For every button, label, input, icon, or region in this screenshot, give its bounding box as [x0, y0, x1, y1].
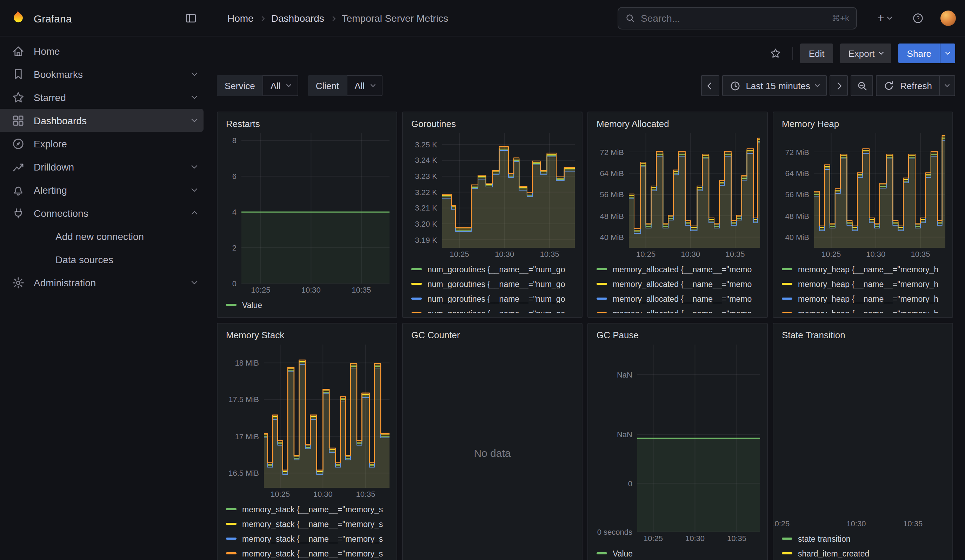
sidebar-item-connections[interactable]: Connections: [0, 201, 211, 225]
panel-title[interactable]: Restarts: [224, 116, 389, 132]
sidebar-item-data-sources[interactable]: Data sources: [0, 248, 211, 271]
favorite-star-button[interactable]: [766, 44, 786, 63]
search-box[interactable]: ⌘+k: [618, 7, 857, 29]
panel-title[interactable]: Goroutines: [410, 116, 575, 132]
chevron-down-icon[interactable]: [191, 93, 198, 99]
panel-title[interactable]: Memory Stack: [224, 328, 389, 343]
panel-title[interactable]: GC Pause: [595, 328, 760, 343]
share-button[interactable]: Share: [899, 44, 940, 63]
sidebar-item-label: Administration: [34, 277, 96, 288]
chart-svg: [814, 133, 945, 248]
legend-item[interactable]: memory_heap {__name__="memory_h: [782, 291, 945, 306]
chevron-up-icon[interactable]: [191, 211, 198, 217]
chart-svg: [241, 133, 389, 284]
y-axis-labels: 3.19 K3.20 K3.21 K3.22 K3.23 K3.24 K3.25…: [410, 133, 442, 248]
client-filter-value[interactable]: All: [347, 75, 382, 96]
search-input[interactable]: [641, 13, 826, 24]
chevron-down-icon[interactable]: [191, 116, 198, 122]
sidebar-item-explore[interactable]: Explore: [0, 132, 211, 155]
sidebar-item-add-new-connection[interactable]: Add new connection: [0, 225, 211, 248]
export-button[interactable]: Export: [840, 44, 891, 63]
legend-item[interactable]: memory_allocated {__name__="memo: [597, 262, 760, 276]
legend-item[interactable]: memory_stack {__name__="memory_s: [226, 502, 389, 516]
x-tick-label: 10:35: [725, 250, 745, 258]
legend-item[interactable]: memory_stack {__name__="memory_s: [226, 531, 389, 546]
legend-item[interactable]: num_goroutines {__name__="num_go: [411, 291, 575, 306]
zoom-out-button[interactable]: [851, 75, 873, 96]
sidebar-item-home[interactable]: Home: [0, 39, 211, 62]
sidebar-item-label: Home: [34, 45, 60, 57]
legend-item[interactable]: memory_heap {__name__="memory_h: [782, 262, 945, 276]
x-axis-labels: 10:2510:3010:35: [637, 532, 760, 544]
breadcrumb-dashboards[interactable]: Dashboards: [271, 13, 324, 24]
refresh-interval-button[interactable]: [940, 75, 955, 96]
chart-memory-allocated: 40 MiB48 MiB56 MiB64 MiB72 MiB10:2510:30…: [595, 133, 760, 260]
sidebar-item-alerting[interactable]: Alerting: [0, 178, 211, 201]
legend-item[interactable]: num_goroutines {__name__="num_go: [411, 306, 575, 313]
legend-item[interactable]: Value: [597, 546, 760, 560]
sidebar-toggle-button[interactable]: [181, 8, 201, 28]
refresh-button[interactable]: Refresh: [876, 75, 940, 96]
panel-gc-pause: GC Pause0 seconds0NaNNaN10:2510:3010:35V…: [587, 323, 768, 560]
panel-title[interactable]: State Transition: [780, 328, 945, 343]
sidebar-item-label: Explore: [34, 138, 67, 149]
sidebar-item-bookmarks[interactable]: Bookmarks: [0, 62, 211, 86]
panel-restarts: Restarts0246810:2510:3010:35Value: [217, 112, 397, 318]
add-new-button[interactable]: +: [870, 8, 898, 28]
y-tick-label: NaN: [617, 369, 632, 379]
legend-label: Value: [242, 301, 262, 309]
legend-swatch: [597, 297, 607, 300]
filter-bar: Service All Client All: [211, 70, 965, 101]
panel-title[interactable]: Memory Allocated: [595, 116, 760, 132]
legend-item[interactable]: shard_item_created: [782, 546, 945, 560]
no-data-message: No data: [410, 344, 575, 560]
legend-swatch: [226, 523, 237, 525]
legend-item[interactable]: memory_heap {__name__="memory_h: [782, 276, 945, 291]
legend-item[interactable]: Value: [226, 297, 389, 312]
brand[interactable]: Grafana: [8, 0, 72, 36]
legend-item[interactable]: memory_stack {__name__="memory_s: [226, 516, 389, 531]
y-tick-label: 3.21 K: [415, 203, 437, 213]
user-avatar[interactable]: [940, 11, 956, 26]
panel-title[interactable]: Memory Heap: [780, 116, 945, 132]
y-tick-label: 3.19 K: [415, 235, 437, 245]
time-forward-button[interactable]: [830, 75, 848, 96]
time-back-button[interactable]: [701, 75, 719, 96]
legend-item[interactable]: memory_allocated {__name__="memo: [597, 276, 760, 291]
breadcrumb-home[interactable]: Home: [227, 13, 254, 24]
legend-item[interactable]: state transition: [782, 531, 945, 546]
sidebar-item-starred[interactable]: Starred: [0, 86, 211, 109]
legend-item[interactable]: memory_stack {__name__="memory_s: [226, 546, 389, 560]
x-tick-label: 10:30: [681, 250, 700, 258]
share-menu-button[interactable]: [940, 44, 955, 63]
time-range-picker[interactable]: Last 15 minutes: [722, 75, 827, 96]
service-filter-value[interactable]: All: [263, 75, 298, 96]
chevron-down-icon[interactable]: [191, 186, 198, 192]
legend-label: num_goroutines {__name__="num_go: [427, 265, 565, 273]
y-tick-label: 72 MiB: [785, 147, 810, 157]
chevron-down-icon[interactable]: [191, 163, 198, 169]
grafana-logo-icon: [8, 9, 27, 28]
chart-svg: [442, 133, 575, 248]
panel-memory-stack: Memory Stack16.5 MiB17 MiB17.5 MiB18 MiB…: [217, 323, 397, 560]
sidebar-item-dashboards[interactable]: Dashboards: [0, 109, 203, 132]
help-button[interactable]: ?: [908, 8, 928, 28]
chevron-down-icon[interactable]: [191, 279, 198, 284]
legend-item[interactable]: memory_allocated {__name__="memo: [597, 306, 760, 313]
chevron-down-icon[interactable]: [191, 70, 198, 76]
sidebar-item-administration[interactable]: Administration: [0, 271, 211, 294]
legend-item[interactable]: memory_allocated {__name__="memo: [597, 291, 760, 306]
chart-state-transition: 10:2510:3010:35: [780, 344, 945, 529]
plot-area: [637, 344, 760, 532]
edit-button[interactable]: Edit: [800, 44, 833, 63]
y-tick-label: 0: [232, 279, 237, 289]
export-label: Export: [848, 48, 875, 59]
legend-label: shard_item_created: [798, 549, 869, 558]
legend-item[interactable]: num_goroutines {__name__="num_go: [411, 276, 575, 291]
sidebar-item-drilldown[interactable]: Drilldown: [0, 155, 211, 178]
legend-item[interactable]: num_goroutines {__name__="num_go: [411, 262, 575, 276]
refresh-label: Refresh: [900, 80, 932, 91]
panel-title[interactable]: GC Counter: [410, 328, 575, 343]
y-tick-label: 56 MiB: [785, 189, 810, 199]
legend-item[interactable]: memory_heap {__name__="memory_h: [782, 306, 945, 313]
